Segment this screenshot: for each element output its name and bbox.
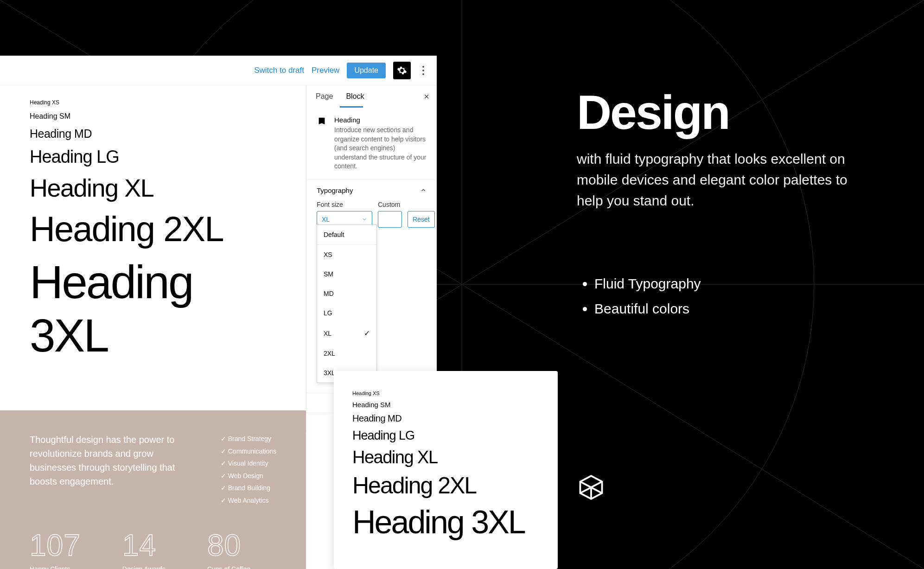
- font-size-dropdown: Default XS SM MD LG XL✓ 2XL 3XL: [317, 224, 377, 383]
- tab-page[interactable]: Page: [316, 92, 333, 101]
- block-info: Heading Introduce new sections and organ…: [306, 108, 437, 179]
- stat: 80 Cups of Coffee: [207, 528, 250, 569]
- footer-stats: 107 Happy Clients 14 Design Awards 80 Cu…: [30, 528, 276, 569]
- heading-xs[interactable]: Heading XS: [30, 99, 276, 106]
- dropdown-option-md[interactable]: MD: [317, 284, 376, 303]
- heading-2xl[interactable]: Heading 2XL: [30, 209, 276, 249]
- stat-label: Cups of Coffee: [207, 565, 250, 569]
- font-size-value: XL: [322, 216, 330, 223]
- editor-canvas: Heading XS Heading SM Heading MD Heading…: [0, 85, 306, 410]
- preview-button[interactable]: Preview: [312, 66, 339, 75]
- stat: 14 Design Awards: [122, 528, 166, 569]
- dropdown-option-xl[interactable]: XL✓: [317, 323, 376, 344]
- custom-label: Custom: [378, 201, 402, 208]
- tab-indicator: [340, 106, 363, 108]
- stat-number: 80: [207, 528, 250, 563]
- chevron-down-icon: [362, 217, 367, 222]
- bullet-item: Fluid Typography: [594, 271, 873, 296]
- typography-label: Typography: [317, 186, 353, 194]
- stat-number: 107: [30, 528, 81, 563]
- preview-heading-md: Heading MD: [352, 413, 539, 424]
- footer-text: Thoughtful design has the power to revol…: [30, 433, 193, 507]
- service-item: ✓ Brand Strategy: [221, 433, 276, 445]
- marketing-bullets: Fluid Typography Beautiful colors: [577, 271, 873, 321]
- settings-gear-button[interactable]: [393, 62, 411, 79]
- service-item: ✓ Web Analytics: [221, 494, 276, 507]
- preview-heading-sm: Heading SM: [352, 401, 539, 409]
- chevron-up-icon: [420, 187, 427, 193]
- preview-heading-2xl: Heading 2XL: [352, 472, 539, 499]
- update-button[interactable]: Update: [347, 63, 386, 78]
- stat: 107 Happy Clients: [30, 528, 81, 569]
- more-options-button[interactable]: [418, 64, 428, 77]
- service-item: ✓ Communications: [221, 445, 276, 458]
- preview-heading-3xl: Heading 3XL: [352, 504, 539, 541]
- heading-xl[interactable]: Heading XL: [30, 173, 276, 202]
- service-item: ✓ Brand Building: [221, 482, 276, 494]
- dropdown-option-label: XL: [324, 330, 331, 337]
- dropdown-option-xs[interactable]: XS: [317, 245, 376, 264]
- custom-size-input[interactable]: [378, 211, 402, 228]
- brand-logo-icon: [577, 473, 605, 502]
- heading-block-icon: [317, 116, 327, 126]
- gear-icon: [397, 65, 407, 76]
- service-item: ✓ Web Design: [221, 470, 276, 482]
- check-icon: ✓: [364, 329, 370, 338]
- service-item: ✓ Visual Identity: [221, 457, 276, 470]
- heading-lg[interactable]: Heading LG: [30, 147, 276, 167]
- tab-block[interactable]: Block: [346, 92, 364, 101]
- dropdown-option-2xl[interactable]: 2XL: [317, 344, 376, 363]
- preview-heading-lg: Heading LG: [352, 428, 539, 443]
- block-description: Introduce new sections and organize cont…: [334, 126, 427, 171]
- reset-button[interactable]: Reset: [408, 211, 435, 228]
- preview-heading-xs: Heading XS: [352, 390, 539, 396]
- mobile-preview-card: Heading XS Heading SM Heading MD Heading…: [334, 371, 558, 569]
- dropdown-option-default[interactable]: Default: [317, 225, 376, 245]
- stat-label: Design Awards: [122, 565, 166, 569]
- dropdown-option-lg[interactable]: LG: [317, 303, 376, 323]
- marketing-content: Design with fluid typography that looks …: [577, 88, 873, 321]
- heading-sm[interactable]: Heading SM: [30, 112, 276, 121]
- stat-label: Happy Clients: [30, 565, 81, 569]
- block-title: Heading: [334, 116, 427, 124]
- bullet-item: Beautiful colors: [594, 296, 873, 321]
- preview-heading-xl: Heading XL: [352, 448, 539, 467]
- editor-toolbar: Switch to draft Preview Update: [0, 56, 437, 85]
- marketing-paragraph: with fluid typography that looks excelle…: [577, 148, 873, 211]
- sidebar-tabs: Page Block ×: [306, 85, 437, 108]
- close-sidebar-button[interactable]: ×: [424, 91, 429, 102]
- typography-header[interactable]: Typography: [306, 180, 437, 201]
- marketing-title: Design: [577, 88, 873, 136]
- stat-number: 14: [122, 528, 166, 563]
- dropdown-option-sm[interactable]: SM: [317, 264, 376, 284]
- font-size-label: Font size: [317, 201, 372, 208]
- switch-to-draft-button[interactable]: Switch to draft: [254, 66, 304, 75]
- footer-section: Thoughtful design has the power to revol…: [0, 410, 306, 569]
- footer-services-list: ✓ Brand Strategy ✓ Communications ✓ Visu…: [221, 433, 276, 507]
- heading-3xl[interactable]: Heading 3XL: [30, 256, 276, 362]
- heading-md[interactable]: Heading MD: [30, 127, 276, 141]
